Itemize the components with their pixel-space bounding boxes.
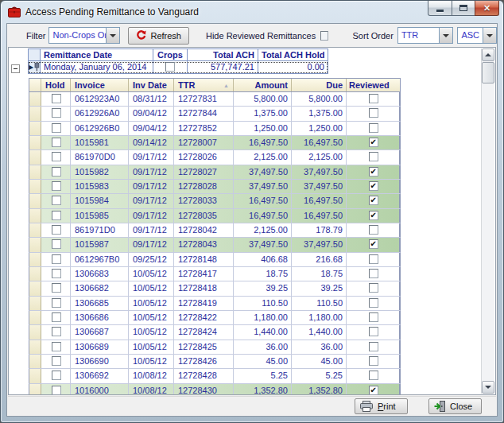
reviewed-checkbox[interactable]: [369, 152, 378, 161]
row-selector[interactable]: [29, 311, 41, 324]
reviewed-checkbox[interactable]: [369, 356, 378, 366]
column-header-amount[interactable]: Amount: [234, 79, 292, 91]
column-header-inv-date[interactable]: Inv Date: [129, 79, 174, 91]
column-header-reviewed[interactable]: Reviewed: [347, 79, 400, 91]
hold-checkbox[interactable]: [52, 196, 61, 205]
filter-dropdown-button[interactable]: [106, 28, 119, 43]
row-selector[interactable]: [29, 150, 41, 164]
row-selector[interactable]: [29, 209, 41, 223]
row-selector[interactable]: [29, 122, 41, 135]
row-selector[interactable]: [29, 194, 41, 208]
master-row-selector[interactable]: ▶: [28, 61, 41, 74]
hold-checkbox[interactable]: [52, 254, 61, 264]
row-selector[interactable]: [29, 223, 41, 237]
row-selector[interactable]: [29, 253, 41, 266]
reviewed-checkbox[interactable]: [369, 327, 378, 336]
table-row[interactable]: 0612923A0 08/31/12 12727831 5,800.00 5,8…: [29, 92, 401, 107]
hold-checkbox[interactable]: [52, 342, 61, 351]
row-selector[interactable]: [29, 325, 41, 339]
table-row[interactable]: 1306687 10/05/12 12728424 1,440.00 1,440…: [29, 325, 401, 340]
column-header-due[interactable]: Due: [292, 79, 347, 91]
row-selector[interactable]: [29, 238, 41, 251]
reviewed-checkbox[interactable]: [369, 196, 378, 205]
row-selector[interactable]: [29, 180, 41, 193]
table-row[interactable]: 1015981 09/14/12 12728007 16,497.50 16,4…: [29, 136, 401, 150]
reviewed-checkbox[interactable]: [369, 254, 378, 264]
column-header-total-ach-hold[interactable]: Total ACH Hold: [258, 49, 328, 61]
table-row[interactable]: 0612926B0 09/04/12 12727852 1,250.00 1,2…: [29, 122, 401, 136]
table-row[interactable]: 1306689 10/05/12 12728425 36.00 36.00: [29, 340, 401, 355]
close-button[interactable]: Close: [428, 398, 482, 414]
column-header-remittance-date[interactable]: Remittance Date: [41, 49, 153, 61]
hold-checkbox[interactable]: [52, 123, 61, 133]
table-row[interactable]: 1015984 09/17/12 12728033 16,497.50 16,4…: [29, 194, 401, 208]
hold-checkbox[interactable]: [52, 181, 61, 191]
reviewed-checkbox[interactable]: [369, 342, 378, 351]
hold-checkbox[interactable]: [52, 371, 61, 380]
sort-field-dropdown[interactable]: TTR: [397, 27, 454, 44]
hold-checkbox[interactable]: [52, 152, 61, 161]
table-row[interactable]: 1306690 10/05/12 12728426 45.00 45.00: [29, 355, 401, 369]
close-window-button[interactable]: ✕: [475, 1, 499, 16]
row-selector[interactable]: [29, 355, 41, 368]
row-selector[interactable]: [29, 384, 41, 395]
reviewed-checkbox[interactable]: [369, 211, 378, 220]
table-row[interactable]: 861971D0 09/17/12 12728042 2,125.00 178.…: [29, 223, 401, 238]
minimize-button[interactable]: [428, 1, 452, 16]
table-row[interactable]: 1015987 09/17/12 12728043 37,497.50 37,4…: [29, 238, 401, 252]
maximize-button[interactable]: [452, 1, 475, 16]
column-header-invoice[interactable]: Invoice: [71, 79, 129, 91]
hide-reviewed-checkbox[interactable]: [320, 31, 328, 41]
table-row[interactable]: 1016000 10/08/12 12728430 1,352.80 1,352…: [29, 384, 401, 395]
hold-checkbox[interactable]: [52, 225, 61, 235]
column-header-total-ach[interactable]: Total ACH: [188, 49, 258, 61]
table-row[interactable]: 0612967B0 09/25/12 12728148 406.68 216.6…: [29, 253, 401, 267]
reviewed-checkbox[interactable]: [369, 167, 378, 177]
reviewed-checkbox[interactable]: [369, 123, 378, 133]
column-header-crops[interactable]: Crops: [153, 49, 188, 61]
table-row[interactable]: 1306685 10/05/12 12728419 110.50 110.50: [29, 297, 401, 311]
row-selector[interactable]: [29, 165, 41, 179]
master-data-row[interactable]: ▶ Monday, January 06, 2014 577,747.21 0.…: [28, 61, 328, 74]
row-selector[interactable]: [29, 340, 41, 354]
title-bar[interactable]: Access Pending Remittance to Vanguard ✕: [1, 1, 503, 23]
row-selector[interactable]: [29, 107, 41, 120]
reviewed-checkbox[interactable]: [369, 108, 378, 118]
reviewed-checkbox[interactable]: [369, 298, 378, 308]
hold-checkbox[interactable]: [52, 312, 61, 322]
row-selector[interactable]: [29, 281, 41, 295]
column-header-ttr[interactable]: TTR▲: [174, 79, 234, 91]
reviewed-checkbox[interactable]: [369, 94, 378, 103]
table-row[interactable]: 1015982 09/17/12 12728027 37,497.50 37,4…: [29, 165, 401, 180]
crops-checkbox[interactable]: [165, 62, 175, 72]
reviewed-checkbox[interactable]: [369, 181, 378, 191]
row-selector[interactable]: [29, 136, 41, 149]
hold-checkbox[interactable]: [52, 356, 61, 366]
sort-field-dropdown-button[interactable]: [439, 28, 452, 43]
row-selector[interactable]: [29, 369, 41, 382]
row-selector[interactable]: [29, 92, 41, 106]
reviewed-checkbox[interactable]: [369, 225, 378, 235]
hold-checkbox[interactable]: [52, 239, 61, 249]
refresh-button[interactable]: Refresh: [128, 27, 189, 45]
reviewed-checkbox[interactable]: [369, 371, 378, 380]
scrollbar-thumb[interactable]: [482, 62, 494, 83]
hold-checkbox[interactable]: [52, 269, 61, 278]
sort-direction-dropdown[interactable]: ASC: [457, 27, 497, 44]
column-header-hold[interactable]: Hold: [41, 79, 71, 91]
table-row[interactable]: 1306683 10/05/12 12728417 18.75 18.75: [29, 267, 401, 281]
reviewed-checkbox[interactable]: [369, 283, 378, 293]
filter-dropdown[interactable]: Non-Crops Only: [48, 27, 120, 44]
hold-checkbox[interactable]: [52, 298, 61, 308]
scroll-down-button[interactable]: [482, 381, 494, 394]
reviewed-checkbox[interactable]: [369, 138, 378, 147]
hold-checkbox[interactable]: [52, 211, 61, 220]
table-row[interactable]: 0612926A0 09/04/12 12727844 1,375.00 1,3…: [29, 107, 401, 121]
table-row[interactable]: 861970D0 09/17/12 12728026 2,125.00 2,12…: [29, 150, 401, 165]
hold-checkbox[interactable]: [52, 94, 61, 103]
reviewed-checkbox[interactable]: [369, 312, 378, 322]
hold-checkbox[interactable]: [52, 138, 61, 147]
hold-checkbox[interactable]: [52, 283, 61, 293]
sort-direction-dropdown-button[interactable]: [483, 28, 496, 43]
table-row[interactable]: 1306692 10/08/12 12728428 5.25 5.25: [29, 369, 401, 383]
